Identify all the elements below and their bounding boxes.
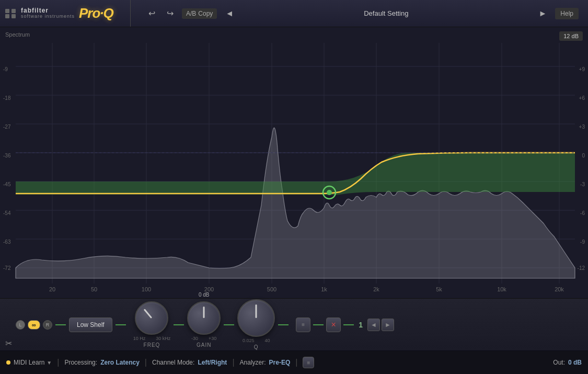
band-nav: ◄ ►	[367, 319, 394, 331]
band-oo-button[interactable]: ∞	[28, 320, 40, 330]
q-range: 0.025 40	[243, 338, 270, 343]
out-label: Out:	[553, 359, 565, 366]
status-settings-button[interactable]: ≡	[303, 357, 314, 368]
separator-line-3	[174, 324, 184, 325]
svg-point-20	[327, 190, 332, 195]
midi-learn-label: MIDI Learn	[14, 359, 44, 366]
band-l-button[interactable]: L	[16, 320, 25, 330]
logo-dot	[11, 14, 16, 18]
status-bar: MIDI Learn ▼ | Processing: Zero Latency …	[0, 350, 588, 374]
q-label: Q	[254, 344, 259, 350]
freq-label: FREQ	[144, 342, 160, 348]
svg-text:5k: 5k	[436, 286, 442, 292]
svg-text:10k: 10k	[497, 286, 506, 292]
brand-sub: software instruments	[21, 14, 75, 19]
eq-svg: 20 50 100 200 500 1k 2k 5k 10k 20k	[0, 27, 588, 298]
processing-value: Zero Latency	[100, 359, 140, 366]
control-strip: ✂ L ∞ R Low Shelf 10 Hz 30 kHz FREQ 0 dB	[0, 298, 588, 350]
eq-close-button[interactable]: ×	[326, 318, 341, 332]
svg-text:20: 20	[49, 286, 55, 292]
svg-text:1k: 1k	[321, 286, 327, 292]
scissors-icon[interactable]: ✂	[5, 338, 12, 348]
separator-line-6	[313, 324, 324, 325]
help-button[interactable]: Help	[555, 8, 579, 19]
copy-label: Copy	[198, 10, 213, 17]
midi-learn-arrow: ▼	[47, 360, 52, 366]
svg-text:20k: 20k	[555, 286, 564, 292]
preset-next-button[interactable]: ►	[535, 7, 550, 20]
analyzer-label: Analyzer:	[240, 359, 266, 366]
right-controls: ≡ × 1 ◄ ►	[296, 318, 394, 332]
q-knob[interactable]	[237, 299, 275, 337]
filter-type-button[interactable]: Low Shelf	[69, 318, 112, 332]
preset-area: Default Setting	[242, 9, 530, 17]
eq-bypass-button[interactable]: ≡	[296, 318, 310, 332]
product-name: Pro·Q	[79, 5, 113, 21]
undo-button[interactable]: ↩	[145, 6, 158, 20]
redo-button[interactable]: ↪	[164, 6, 177, 20]
ab-copy-control[interactable]: A/B Copy	[182, 8, 217, 19]
preset-name: Default Setting	[364, 9, 408, 17]
logo-dot	[11, 9, 16, 13]
freq-range: 10 Hz 30 kHz	[133, 336, 171, 341]
svg-text:2k: 2k	[373, 286, 379, 292]
eq-display[interactable]: Spectrum 12 dB -9 -18 -27 -36 -45 -54 -6…	[0, 27, 588, 298]
separator-line-1	[55, 324, 66, 325]
freq-knob[interactable]	[135, 301, 168, 335]
gain-range: -30 +30	[191, 336, 216, 341]
header-controls: ↩ ↪ A/B Copy ◄ Default Setting ► Help	[135, 6, 583, 20]
svg-text:50: 50	[91, 286, 97, 292]
out-value: 0 dB	[568, 359, 582, 366]
logo-text: fabfilter software instruments	[21, 7, 75, 19]
gain-label: GAIN	[197, 342, 211, 348]
next-band-button[interactable]: ►	[382, 319, 394, 331]
channel-mode-value: Left/Right	[198, 359, 227, 366]
band-number: 1	[359, 321, 363, 329]
band-selectors: L ∞ R	[16, 320, 52, 330]
logo-area: fabfilter software instruments Pro·Q	[5, 0, 131, 27]
logo-dot	[5, 9, 9, 13]
svg-text:100: 100	[142, 286, 151, 292]
q-knob-container: 0.025 40 Q	[237, 299, 275, 350]
ab-label: A/B	[186, 10, 196, 17]
channel-mode-label: Channel Mode:	[152, 359, 194, 366]
analyzer-value: Pre-EQ	[269, 359, 291, 366]
processing-label: Processing:	[64, 359, 97, 366]
separator-line-7	[343, 324, 354, 325]
gain-knob[interactable]	[187, 301, 221, 335]
status-dot	[6, 360, 10, 365]
header: fabfilter software instruments Pro·Q ↩ ↪…	[0, 0, 588, 27]
logo-grid	[5, 9, 17, 18]
logo-dot	[5, 14, 9, 18]
band-r-button[interactable]: R	[43, 320, 52, 330]
separator-line-2	[116, 324, 126, 325]
separator-line-4	[224, 324, 234, 325]
gain-value-label: 0 dB	[199, 292, 210, 298]
svg-text:500: 500	[267, 286, 276, 292]
gain-knob-container: 0 dB -30 +30 GAIN	[187, 301, 221, 348]
preset-prev-button[interactable]: ◄	[222, 7, 237, 20]
separator-line-5	[278, 324, 289, 325]
prev-band-button[interactable]: ◄	[367, 319, 380, 331]
freq-knob-container: 10 Hz 30 kHz FREQ	[133, 301, 171, 348]
midi-learn-dropdown[interactable]: MIDI Learn ▼	[14, 359, 52, 366]
